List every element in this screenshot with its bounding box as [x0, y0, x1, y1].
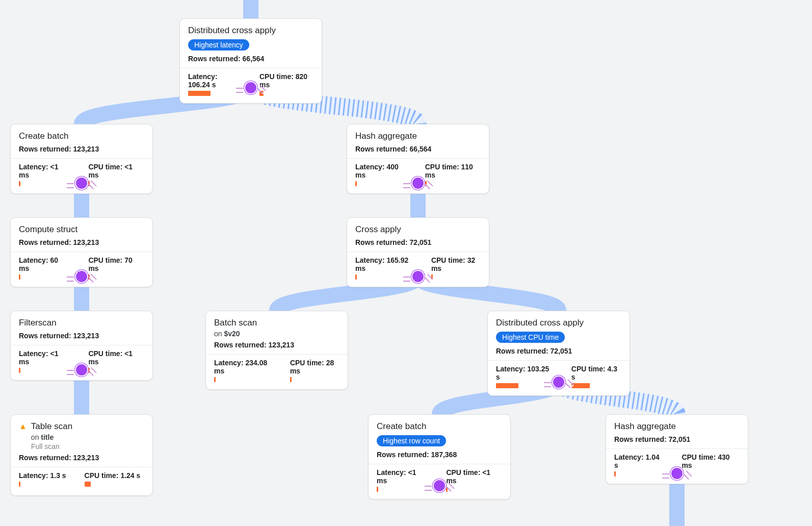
- cpu-metric: CPU time: 4.3 s: [571, 365, 621, 388]
- latency-bar: [19, 274, 20, 280]
- expand-toggle[interactable]: [75, 177, 88, 190]
- node-title: Create batch: [19, 131, 144, 142]
- node-badge: Highest CPU time: [496, 332, 565, 343]
- latency-metric: Latency: 1.3 s: [19, 471, 66, 487]
- rows-returned: Rows returned: 66,564: [188, 55, 313, 63]
- latency-bar: [377, 487, 378, 492]
- separator: [11, 158, 152, 159]
- cpu-metric: CPU time: 110 ms: [425, 163, 481, 186]
- node-title: Create batch: [377, 421, 502, 432]
- latency-bar: [355, 274, 357, 280]
- latency-metric: Latency: <1 ms: [19, 349, 70, 373]
- metrics-row: Latency: 1.3 sCPU time: 1.24 s: [19, 471, 144, 487]
- cpu-bar: [571, 383, 590, 388]
- rows-returned: Rows returned: 72,051: [355, 238, 481, 246]
- query-plan-canvas[interactable]: Distributed cross applyHighest latencyRo…: [0, 0, 812, 526]
- node-title: Cross apply: [355, 224, 481, 235]
- separator: [206, 354, 348, 355]
- cpu-metric: CPU time: 28 ms: [290, 359, 339, 382]
- node-title: Distributed cross apply: [496, 317, 621, 329]
- expand-toggle[interactable]: [411, 270, 425, 283]
- latency-bar: [188, 91, 211, 96]
- expand-toggle[interactable]: [670, 467, 684, 480]
- latency-metric: Latency: 234.08 ms: [214, 359, 272, 382]
- plan-node-n9[interactable]: ▲Table scanon titleFull scanRows returne…: [10, 414, 153, 496]
- node-badge: Highest row count: [377, 435, 446, 446]
- node-title: Batch scan: [214, 317, 339, 329]
- rows-returned: Rows returned: 72,051: [496, 347, 621, 355]
- expand-toggle[interactable]: [411, 177, 425, 190]
- cpu-bar: [85, 482, 91, 487]
- node-title: Table scan: [31, 421, 144, 432]
- rows-returned: Rows returned: 123,213: [19, 332, 144, 340]
- node-title: Hash aggregate: [614, 421, 740, 432]
- separator: [369, 464, 510, 464]
- rows-returned: Rows returned: 123,213: [214, 341, 339, 349]
- cpu-bar: [290, 377, 292, 382]
- node-title: Hash aggregate: [355, 131, 481, 142]
- latency-bar: [19, 482, 20, 487]
- cpu-metric: CPU time: 430 ms: [682, 453, 740, 477]
- separator: [606, 448, 748, 449]
- latency-bar: [355, 181, 357, 186]
- metrics-row: Latency: 234.08 msCPU time: 28 ms: [214, 359, 339, 382]
- cpu-metric: CPU time: <1 ms: [88, 163, 144, 186]
- separator: [347, 158, 489, 159]
- separator: [11, 467, 152, 467]
- cpu-metric: CPU time: 70 ms: [88, 256, 144, 280]
- rows-returned: Rows returned: 123,213: [19, 454, 144, 462]
- latency-bar: [19, 368, 20, 373]
- latency-bar: [614, 471, 616, 477]
- expand-toggle[interactable]: [244, 81, 257, 94]
- separator: [347, 252, 489, 252]
- latency-bar: [214, 377, 216, 382]
- expand-toggle[interactable]: [552, 375, 565, 389]
- rows-returned: Rows returned: 123,213: [19, 145, 144, 153]
- latency-metric: Latency: <1 ms: [19, 163, 70, 186]
- separator: [488, 360, 630, 361]
- node-subtitle: on $v20: [214, 330, 339, 338]
- latency-metric: Latency: 400 ms: [355, 163, 407, 186]
- plan-node-n7[interactable]: Batch scanon $v20Rows returned: 123,213L…: [205, 311, 348, 390]
- node-subtitle: on title: [31, 433, 144, 441]
- warning-icon: ▲: [19, 421, 27, 432]
- rows-returned: Rows returned: 123,213: [19, 238, 144, 246]
- latency-metric: Latency: 60 ms: [19, 256, 70, 280]
- separator: [11, 252, 152, 252]
- node-note: Full scan: [31, 442, 144, 450]
- rows-returned: Rows returned: 187,368: [377, 450, 502, 459]
- cpu-metric: CPU time: <1 ms: [88, 349, 144, 373]
- expand-toggle[interactable]: [75, 270, 88, 283]
- latency-bar: [19, 181, 20, 186]
- node-title: Compute struct: [19, 224, 144, 235]
- node-badge: Highest latency: [188, 39, 249, 51]
- cpu-metric: CPU time: 32 ms: [431, 256, 481, 280]
- latency-metric: Latency: <1 ms: [377, 468, 428, 492]
- node-title: Distributed cross apply: [188, 25, 313, 36]
- expand-toggle[interactable]: [75, 363, 88, 377]
- latency-bar: [496, 383, 518, 388]
- separator: [180, 68, 322, 68]
- separator: [11, 345, 152, 345]
- expand-toggle[interactable]: [433, 479, 446, 492]
- rows-returned: Rows returned: 72,051: [614, 435, 740, 443]
- rows-returned: Rows returned: 66,564: [355, 145, 481, 153]
- node-title: Filterscan: [19, 317, 144, 329]
- latency-metric: Latency: 1.04 s: [614, 453, 663, 477]
- latency-metric: Latency: 106.24 s: [188, 72, 241, 96]
- cpu-metric: CPU time: 1.24 s: [85, 471, 141, 487]
- cpu-metric: CPU time: 820 ms: [259, 72, 313, 96]
